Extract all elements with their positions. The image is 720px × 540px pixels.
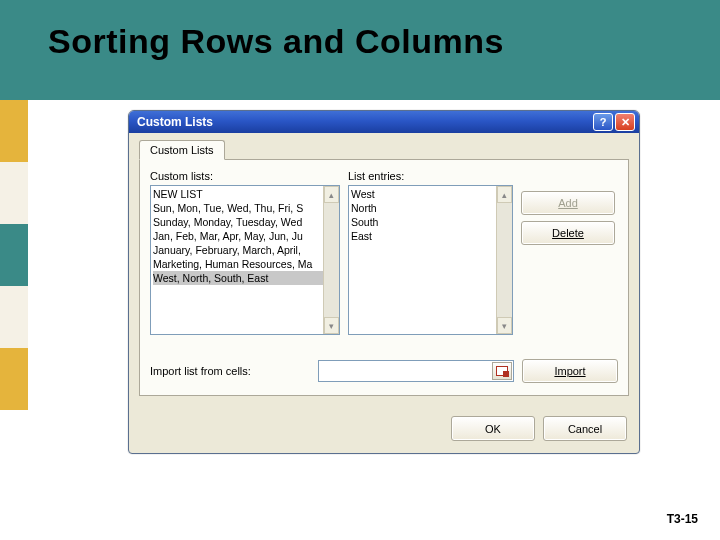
list-item: North (351, 201, 510, 215)
list-item: East (351, 229, 510, 243)
cancel-button[interactable]: Cancel (543, 416, 627, 441)
scrollbar[interactable]: ▴ ▾ (323, 186, 339, 334)
list-item[interactable]: January, February, March, April, (153, 243, 337, 257)
list-item[interactable]: Marketing, Human Resources, Ma (153, 257, 337, 271)
list-item: South (351, 215, 510, 229)
add-button[interactable]: Add (521, 191, 615, 215)
import-range-input[interactable] (318, 360, 514, 382)
delete-button[interactable]: Delete (521, 221, 615, 245)
slide-title: Sorting Rows and Columns (48, 22, 504, 61)
list-entries-label: List entries: (348, 170, 513, 182)
dialog-title: Custom Lists (137, 115, 591, 129)
import-from-cells-label: Import list from cells: (150, 365, 310, 377)
list-item[interactable]: West, North, South, East (153, 271, 337, 285)
list-entries-box[interactable]: WestNorthSouthEast ▴ ▾ (348, 185, 513, 335)
tab-custom-lists[interactable]: Custom Lists (139, 140, 225, 160)
scroll-down-icon[interactable]: ▾ (324, 317, 339, 334)
scroll-up-icon[interactable]: ▴ (324, 186, 339, 203)
tab-bar: Custom Lists (139, 139, 629, 160)
list-item[interactable]: NEW LIST (153, 187, 337, 201)
dialog-titlebar[interactable]: Custom Lists ? ✕ (129, 111, 639, 133)
range-picker-icon[interactable] (492, 362, 512, 380)
scrollbar[interactable]: ▴ ▾ (496, 186, 512, 334)
close-icon[interactable]: ✕ (615, 113, 635, 131)
ok-button[interactable]: OK (451, 416, 535, 441)
import-button[interactable]: Import (522, 359, 618, 383)
list-item[interactable]: Sun, Mon, Tue, Wed, Thu, Fri, S (153, 201, 337, 215)
custom-lists-label: Custom lists: (150, 170, 340, 182)
help-icon[interactable]: ? (593, 113, 613, 131)
scroll-down-icon[interactable]: ▾ (497, 317, 512, 334)
scroll-up-icon[interactable]: ▴ (497, 186, 512, 203)
decorative-sidebar (0, 100, 28, 410)
list-item: West (351, 187, 510, 201)
list-item[interactable]: Sunday, Monday, Tuesday, Wed (153, 215, 337, 229)
custom-lists-dialog: Custom Lists ? ✕ Custom Lists Custom lis… (128, 110, 640, 454)
list-item[interactable]: Jan, Feb, Mar, Apr, May, Jun, Ju (153, 229, 337, 243)
slide-number: T3-15 (667, 512, 698, 526)
custom-lists-listbox[interactable]: NEW LISTSun, Mon, Tue, Wed, Thu, Fri, SS… (150, 185, 340, 335)
